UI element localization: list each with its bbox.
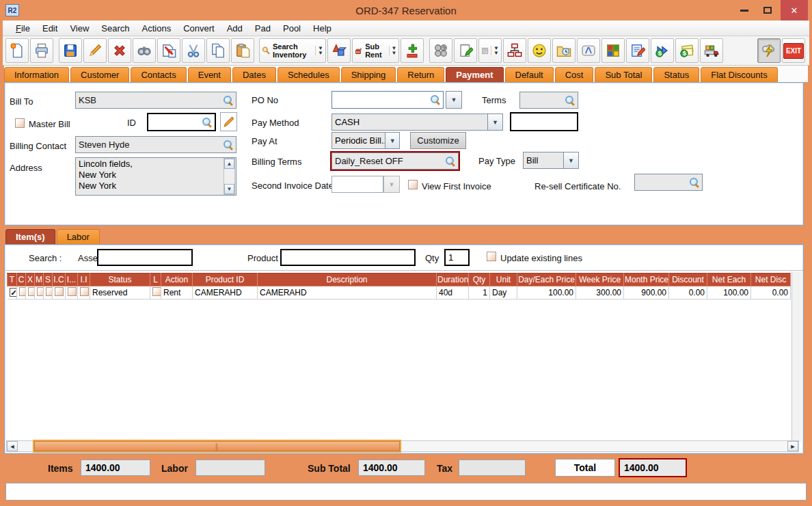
col-discount[interactable]: Discount xyxy=(669,274,707,287)
tab-labor[interactable]: Labor xyxy=(57,229,100,244)
org-chart-button[interactable] xyxy=(503,38,526,63)
dollar-notes-button[interactable]: $ xyxy=(675,38,699,63)
master-bill-checkbox[interactable] xyxy=(15,118,25,128)
table-horizontal-scrollbar[interactable]: ◄ ║ ► xyxy=(6,440,799,452)
tab-customer[interactable]: Customer xyxy=(70,67,129,82)
row-c-checkbox[interactable] xyxy=(19,287,26,296)
paste-button[interactable] xyxy=(231,38,254,63)
tab-flat-discounts[interactable]: Flat Discounts xyxy=(701,67,777,82)
row-day-each-price[interactable]: 100.00 xyxy=(517,287,576,299)
document-edit-button[interactable] xyxy=(626,38,649,63)
table-vertical-scrollbar[interactable] xyxy=(791,271,802,442)
row-ii-checkbox[interactable] xyxy=(80,287,89,296)
row-unit[interactable]: Day xyxy=(490,287,517,299)
terms-field[interactable] xyxy=(519,92,578,109)
pay-method-dropdown-icon[interactable]: ▼ xyxy=(487,114,502,130)
col-duration[interactable]: Duration xyxy=(437,274,469,287)
sub-rent-button[interactable]: Sub Rent ▼▼ xyxy=(352,38,399,63)
copy-button[interactable] xyxy=(206,38,230,63)
sub-rent-dropdown-icon[interactable]: ▼▼ xyxy=(389,46,397,55)
tab-default[interactable]: Default xyxy=(505,67,554,82)
row-week-price[interactable]: 300.00 xyxy=(576,287,624,299)
hscroll-right-icon[interactable]: ► xyxy=(787,441,798,451)
col-net-each[interactable]: Net Each xyxy=(707,274,751,287)
row-status[interactable]: Reserved xyxy=(90,287,150,299)
tab-payment[interactable]: Payment xyxy=(446,67,503,82)
row-discount[interactable]: 0.00 xyxy=(669,287,707,299)
row-action[interactable]: Rent xyxy=(161,287,193,299)
billing-contact-search-icon[interactable] xyxy=(224,140,233,150)
col-m[interactable]: M xyxy=(35,274,44,287)
billing-terms-search-icon[interactable] xyxy=(446,157,455,166)
pay-at-dropdown-icon[interactable]: ▼ xyxy=(385,133,399,148)
pay-type-dropdown-icon[interactable]: ▼ xyxy=(563,152,578,168)
smiley-feedback-button[interactable] xyxy=(528,38,551,63)
row-m-checkbox[interactable] xyxy=(37,287,44,296)
menu-actions[interactable]: Actions xyxy=(136,22,178,35)
tab-cost[interactable]: Cost xyxy=(555,67,594,82)
tab-event[interactable]: Event xyxy=(188,67,231,82)
inventory-shapes-button[interactable] xyxy=(327,38,351,63)
col-i1[interactable]: I... xyxy=(66,274,78,287)
table-row[interactable]: ✓ Reserved Rent CAMERAHD CAMERAHD 40d 1 … xyxy=(8,287,791,299)
col-unit[interactable]: Unit xyxy=(490,274,517,287)
pay-method-combo[interactable]: CASH▼ xyxy=(331,114,503,131)
menu-add[interactable]: Add xyxy=(221,22,249,35)
row-product-id[interactable]: CAMERAHD xyxy=(193,287,258,299)
update-existing-lines-checkbox[interactable] xyxy=(487,252,496,261)
tab-status[interactable]: Status xyxy=(653,67,699,82)
calendar-button[interactable]: ▼▼ xyxy=(478,38,502,63)
menu-pool[interactable]: Pool xyxy=(277,22,307,35)
tab-sub-total[interactable]: Sub Total xyxy=(595,67,652,82)
scroll-down-icon[interactable]: ▼ xyxy=(224,184,234,194)
tab-information[interactable]: Information xyxy=(4,67,69,82)
row-ic-checkbox[interactable] xyxy=(55,287,64,296)
second-invoice-date-field[interactable] xyxy=(331,176,383,193)
row-month-price[interactable]: 900.00 xyxy=(624,287,669,299)
row-selected-checkbox[interactable]: ✓ xyxy=(10,288,17,297)
calendar-dropdown-icon[interactable]: ▼▼ xyxy=(491,46,499,55)
address-field[interactable]: Lincoln fields, New York New York xyxy=(75,157,236,196)
qty-input[interactable]: 1 xyxy=(444,249,470,266)
pay-method-extra-field[interactable] xyxy=(510,112,578,131)
hscroll-left-icon[interactable]: ◄ xyxy=(7,441,18,451)
col-week-price[interactable]: Week Price xyxy=(576,274,624,287)
tab-schedules[interactable]: Schedules xyxy=(278,67,340,82)
cut-scissors-button[interactable] xyxy=(182,38,205,63)
menu-file[interactable]: File xyxy=(10,22,36,35)
second-invoice-date-dropdown[interactable]: ▼ xyxy=(383,176,400,193)
row-description[interactable]: CAMERAHD xyxy=(258,287,437,299)
scroll-up-icon[interactable]: ▲ xyxy=(224,159,234,169)
row-x-checkbox[interactable] xyxy=(28,287,35,296)
col-s[interactable]: S xyxy=(44,274,53,287)
resell-cert-search-icon[interactable] xyxy=(690,178,699,187)
col-l[interactable]: L xyxy=(150,274,161,287)
folder-history-button[interactable] xyxy=(552,38,576,63)
menu-help[interactable]: Help xyxy=(307,22,338,35)
id-edit-button[interactable] xyxy=(220,112,237,131)
search-inventory-dropdown-icon[interactable]: ▼▼ xyxy=(315,46,323,55)
exit-button[interactable]: EXIT xyxy=(782,38,805,63)
close-button[interactable]: ✕ xyxy=(781,0,808,21)
new-document-button[interactable] xyxy=(5,38,29,63)
delete-button[interactable] xyxy=(108,38,131,63)
col-month-price[interactable]: Month Price xyxy=(624,274,669,287)
view-first-invoice-checkbox[interactable] xyxy=(408,180,418,189)
col-x[interactable]: X xyxy=(26,274,35,287)
minimize-button[interactable] xyxy=(734,2,755,18)
row-s-checkbox[interactable] xyxy=(46,287,53,296)
edit-pencil-button[interactable] xyxy=(83,38,107,63)
row-duration[interactable]: 40d xyxy=(437,287,469,299)
col-ic[interactable]: I.C xyxy=(53,274,66,287)
dollar-transfer-button[interactable]: $ xyxy=(651,38,674,63)
tab-contacts[interactable]: Contacts xyxy=(131,67,186,82)
bill-to-search-icon[interactable] xyxy=(224,96,233,105)
col-description[interactable]: Description xyxy=(258,274,437,287)
menu-search[interactable]: Search xyxy=(95,22,135,35)
col-c[interactable]: C xyxy=(17,274,26,287)
binoculars-find-button[interactable] xyxy=(133,38,156,63)
col-net-disc[interactable]: Net Disc xyxy=(751,274,791,287)
col-action[interactable]: Action xyxy=(161,274,193,287)
print-button[interactable] xyxy=(30,38,53,63)
id-field[interactable] xyxy=(147,113,216,131)
